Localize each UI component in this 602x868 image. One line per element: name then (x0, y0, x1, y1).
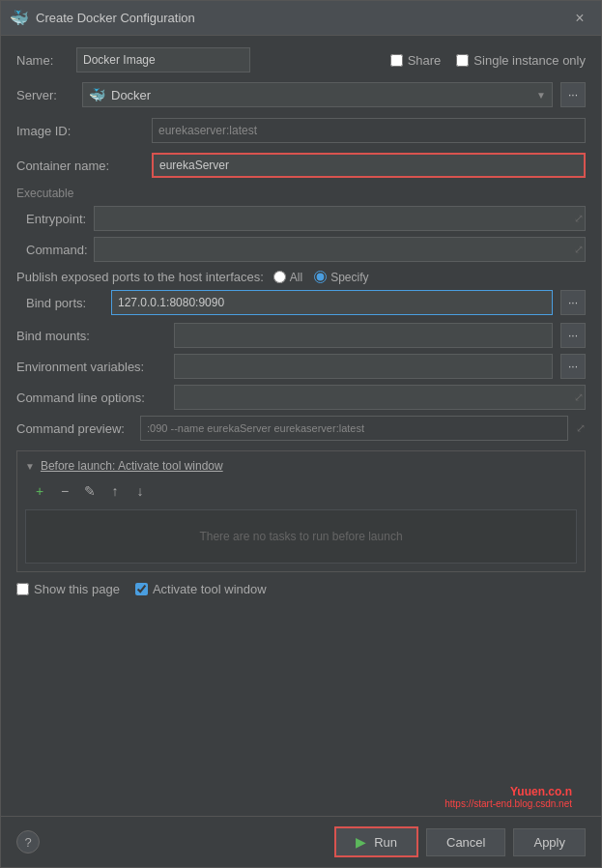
radio-specify[interactable] (314, 271, 327, 283)
single-instance-checkbox[interactable] (456, 54, 469, 67)
button-row: ? Yuuen.co.n https://start-end.blog.csdn… (1, 816, 601, 867)
entrypoint-input[interactable] (94, 206, 586, 231)
activate-window-checkbox-item[interactable]: Activate tool window (135, 582, 267, 596)
combo-arrow-icon: ▼ (536, 90, 546, 101)
server-row: Server: 🐳 Docker ▼ ··· (16, 82, 586, 107)
env-vars-input[interactable] (174, 354, 553, 379)
move-down-button[interactable]: ↓ (129, 480, 151, 502)
ports-radio-group: All Specify (273, 271, 369, 284)
bind-ports-label: Bind ports: (16, 296, 103, 310)
cmd-preview-value: :090 --name eurekaServer eurekaserver:la… (140, 416, 568, 441)
bottom-options: Show this page Activate tool window (16, 582, 586, 596)
server-label: Server: (16, 88, 74, 102)
action-buttons: Yuuen.co.n https://start-end.blog.csdn.n… (334, 826, 586, 857)
apply-button[interactable]: Apply (513, 828, 586, 856)
container-name-row: Container name: (16, 152, 586, 179)
close-button[interactable]: × (568, 7, 591, 30)
server-more-button[interactable]: ··· (560, 82, 586, 107)
run-button[interactable]: ▶ Run (334, 826, 418, 857)
server-combo-text: 🐳 Docker (89, 87, 151, 102)
show-page-label: Show this page (34, 582, 120, 596)
activate-window-checkbox[interactable] (135, 583, 148, 595)
env-vars-label: Environment variables: (16, 360, 166, 374)
single-instance-label: Single instance only (473, 53, 586, 68)
bind-ports-row: Bind ports: ··· (16, 290, 586, 315)
dialog: 🐳 Create Docker Configuration × Name: Sh… (0, 0, 602, 868)
image-id-label: Image ID: (16, 124, 152, 138)
name-row: Name: Share Single instance only (16, 47, 586, 72)
executable-section: Executable Entrypoint: ⤢ Command: ⤢ (16, 187, 586, 262)
dialog-title: Create Docker Configuration (36, 11, 568, 25)
share-checkbox[interactable] (390, 54, 403, 67)
name-input[interactable] (76, 47, 250, 72)
env-vars-more-button[interactable]: ··· (560, 354, 586, 379)
cmd-options-label: Command line options: (16, 391, 166, 405)
run-icon: ▶ (356, 834, 366, 850)
bind-mounts-label: Bind mounts: (16, 329, 166, 343)
before-launch-title[interactable]: Before launch: Activate tool window (41, 459, 223, 473)
executable-title: Executable (16, 187, 586, 200)
image-id-value: eurekaserver:latest (152, 118, 586, 143)
command-label: Command: (16, 243, 94, 257)
ports-label-row: Publish exposed ports to the host interf… (16, 270, 586, 284)
cmd-options-expand-icon[interactable]: ⤢ (574, 391, 584, 404)
entrypoint-label: Entrypoint: (16, 212, 94, 226)
container-name-input[interactable] (152, 153, 586, 178)
help-button[interactable]: ? (16, 830, 40, 854)
command-row: Command: ⤢ (16, 237, 586, 262)
bind-ports-more-button[interactable]: ··· (560, 290, 586, 315)
radio-all[interactable] (273, 271, 286, 283)
entrypoint-expand-icon[interactable]: ⤢ (574, 212, 584, 225)
command-expand-icon[interactable]: ⤢ (574, 243, 584, 256)
title-bar: 🐳 Create Docker Configuration × (1, 1, 601, 36)
cmd-options-wrap: ⤢ (174, 385, 586, 410)
activate-window-label: Activate tool window (153, 582, 267, 596)
collapse-icon[interactable]: ▼ (25, 461, 35, 472)
radio-specify-label: Specify (330, 271, 368, 284)
command-wrap: ⤢ (94, 237, 586, 262)
bind-mounts-row: Bind mounts: ··· (16, 323, 586, 348)
show-page-checkbox-item[interactable]: Show this page (16, 582, 120, 596)
name-label: Name: (16, 53, 65, 68)
remove-task-button[interactable]: − (54, 480, 75, 502)
checkbox-group: Share Single instance only (262, 53, 586, 68)
entrypoint-wrap: ⤢ (94, 206, 586, 231)
cmd-preview-label: Command preview: (16, 421, 132, 436)
image-id-row: Image ID: eurekaserver:latest (16, 117, 586, 144)
add-task-button[interactable]: + (29, 480, 50, 502)
before-launch-section: ▼ Before launch: Activate tool window + … (16, 450, 586, 572)
radio-specify-item[interactable]: Specify (314, 271, 368, 284)
single-instance-checkbox-item[interactable]: Single instance only (456, 53, 586, 68)
edit-task-button[interactable]: ✎ (79, 480, 100, 502)
docker-icon: 🐳 (89, 87, 105, 102)
cmd-preview-expand-icon[interactable]: ⤢ (576, 421, 586, 435)
cancel-button[interactable]: Cancel (426, 828, 505, 856)
move-up-button[interactable]: ↑ (104, 480, 126, 502)
command-input[interactable] (94, 237, 586, 262)
server-value: Docker (111, 88, 151, 102)
main-content: Name: Share Single instance only Server:… (1, 36, 601, 816)
bind-mounts-more-button[interactable]: ··· (560, 323, 586, 348)
ports-main-label: Publish exposed ports to the host interf… (16, 270, 264, 284)
bind-mounts-input[interactable] (174, 323, 553, 348)
env-vars-row: Environment variables: ··· (16, 354, 586, 379)
bind-ports-input[interactable] (111, 290, 553, 315)
app-icon: 🐳 (11, 10, 28, 27)
before-launch-header: ▼ Before launch: Activate tool window (25, 459, 577, 473)
share-label: Share (408, 53, 442, 68)
no-tasks-message: There are no tasks to run before launch (25, 509, 577, 564)
cmd-preview-row: Command preview: :090 --name eurekaServe… (16, 416, 586, 441)
container-name-label: Container name: (16, 159, 152, 173)
server-combo[interactable]: 🐳 Docker ▼ (82, 82, 553, 107)
share-checkbox-item[interactable]: Share (390, 53, 442, 68)
cmd-options-input[interactable] (174, 385, 586, 410)
cmd-options-row: Command line options: ⤢ (16, 385, 586, 410)
show-page-checkbox[interactable] (16, 583, 29, 595)
before-launch-toolbar: + − ✎ ↑ ↓ (25, 480, 577, 502)
run-label: Run (374, 835, 397, 850)
radio-all-item[interactable]: All (273, 271, 302, 284)
ports-section: Publish exposed ports to the host interf… (16, 270, 586, 315)
entrypoint-row: Entrypoint: ⤢ (16, 206, 586, 231)
radio-all-label: All (290, 271, 302, 284)
